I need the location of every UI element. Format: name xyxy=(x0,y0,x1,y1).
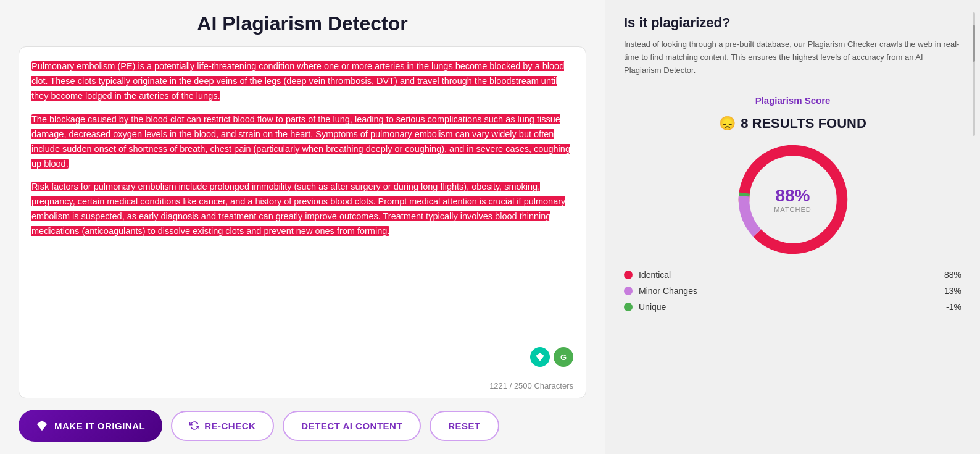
legend-item-identical: Identical 88% xyxy=(624,270,961,280)
grammarly-icon-btn[interactable]: G xyxy=(554,347,573,367)
scrollbar[interactable] xyxy=(973,12,975,136)
donut-matched: MATCHED xyxy=(774,206,812,213)
legend-name-minor: Minor Changes xyxy=(639,286,931,296)
donut-center-text: 88% MATCHED xyxy=(774,186,812,213)
recheck-label: RE-CHECK xyxy=(204,421,255,431)
donut-container: 88% MATCHED xyxy=(624,144,961,255)
text-paragraph3: Risk factors for pulmonary embolism incl… xyxy=(31,182,565,236)
text-area-container[interactable]: Pulmonary embolism (PE) is a potentially… xyxy=(19,46,586,398)
is-plagiarized-desc: Instead of looking through a pre-built d… xyxy=(624,38,961,77)
legend-value-identical: 88% xyxy=(937,270,961,280)
detect-ai-label: DETECT AI CONTENT xyxy=(301,421,402,431)
legend-name-identical: Identical xyxy=(639,270,931,280)
make-it-original-label: MAKE IT ORIGINAL xyxy=(54,421,145,431)
results-found: 😞 8 RESULTS FOUND xyxy=(624,116,961,132)
paragraph-gap-2 xyxy=(31,171,573,180)
results-found-text: 8 RESULTS FOUND xyxy=(741,116,866,132)
scrollbar-thumb xyxy=(973,25,975,62)
legend-dot-minor xyxy=(624,287,633,295)
char-count: 1221 / 2500 Characters xyxy=(31,377,573,390)
legend-dot-identical xyxy=(624,271,633,279)
text-paragraph1: Pulmonary embolism (PE) is a potentially… xyxy=(31,61,564,101)
donut-percent: 88% xyxy=(774,186,812,206)
highlighted-text: Pulmonary embolism (PE) is a potentially… xyxy=(31,59,573,372)
legend-item-unique: Unique -1% xyxy=(624,302,961,312)
legend-name-unique: Unique xyxy=(639,302,931,312)
recheck-icon xyxy=(189,421,199,431)
plagiarism-score-label: Plagiarism Score xyxy=(624,95,961,106)
is-plagiarized-title: Is it plagiarized? xyxy=(624,15,961,31)
recheck-button[interactable]: RE-CHECK xyxy=(171,411,274,441)
legend-value-minor: 13% xyxy=(937,286,961,296)
right-panel: Is it plagiarized? Instead of looking th… xyxy=(605,0,980,454)
legend-item-minor: Minor Changes 13% xyxy=(624,286,961,296)
detect-ai-button[interactable]: DETECT AI CONTENT xyxy=(283,411,421,441)
sad-face-icon: 😞 xyxy=(719,116,736,132)
reset-label: RESET xyxy=(448,421,481,431)
text-paragraph2: The blockage caused by the blood clot ca… xyxy=(31,114,570,169)
donut-chart: 88% MATCHED xyxy=(737,144,849,255)
diamond-icon-large xyxy=(36,419,48,432)
diamond-icon xyxy=(535,352,545,362)
paragraph-gap-1 xyxy=(31,104,573,112)
reset-button[interactable]: RESET xyxy=(430,411,499,441)
bottom-buttons: MAKE IT ORIGINAL RE-CHECK DETECT AI CONT… xyxy=(19,410,586,442)
diamond-icon-btn[interactable] xyxy=(530,347,550,367)
grammarly-letter: G xyxy=(560,353,567,362)
legend-value-unique: -1% xyxy=(937,302,961,312)
legend-dot-unique xyxy=(624,303,633,311)
make-it-original-button[interactable]: MAKE IT ORIGINAL xyxy=(19,410,162,442)
left-panel: AI Plagiarism Detector Pulmonary embolis… xyxy=(0,0,605,454)
legend: Identical 88% Minor Changes 13% Unique -… xyxy=(624,270,961,312)
text-icons: G xyxy=(530,347,573,367)
page-title: AI Plagiarism Detector xyxy=(19,12,586,35)
